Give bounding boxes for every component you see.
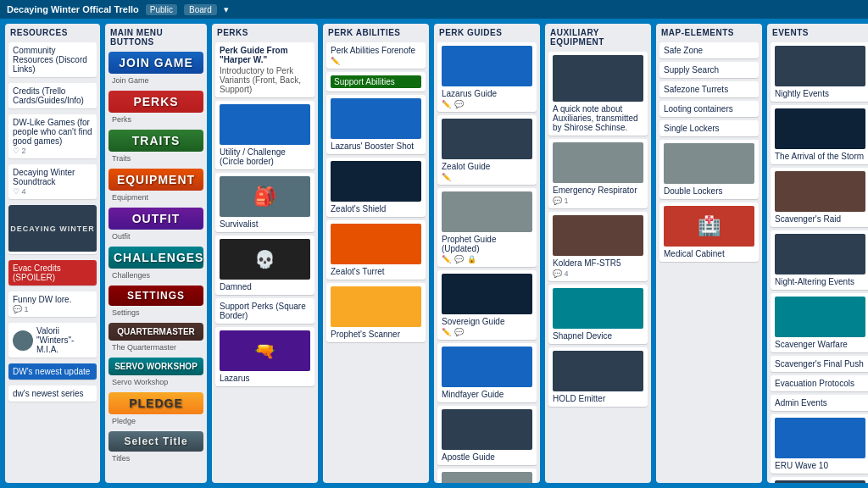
list-item[interactable]: Utility / Challenge (Circle border): [215, 101, 314, 169]
card-image: [442, 119, 532, 159]
list-item[interactable]: Supply Search: [659, 62, 759, 78]
list-item[interactable]: Decaying Winter Soundtrack ♡ 4: [8, 164, 97, 199]
join-game-button[interactable]: JOIN GAME: [108, 52, 203, 74]
list-item[interactable]: Double Lockers: [659, 140, 759, 199]
list-item[interactable]: Scavenger's Raid: [771, 168, 868, 227]
list-item[interactable]: CHALLENGES Challenges: [108, 247, 203, 282]
list-item[interactable]: Mindfayer Guide: [437, 343, 537, 402]
card-image: [775, 297, 865, 337]
list-item[interactable]: EQUIPMENT Equipment: [108, 169, 203, 204]
list-item[interactable]: Koldera MF-STR5 💬 4: [548, 212, 648, 281]
list-item[interactable]: DW's newest update: [8, 363, 97, 380]
list-item[interactable]: DECAYING WINTER: [8, 205, 97, 254]
list-item[interactable]: ERU Wave 10: [771, 414, 868, 474]
card-label: Prophet Guide (Updated): [442, 235, 532, 253]
list-item[interactable]: Lazarus' Booster Shot: [326, 95, 426, 154]
card-label: Single Lockers: [664, 124, 754, 133]
pledge-button[interactable]: PLEDGE: [108, 392, 203, 414]
list-item[interactable]: Frontliner (Hexagon): [437, 469, 537, 483]
card-label: Survivalist: [220, 219, 310, 229]
list-item[interactable]: Scavenger Warfare: [771, 293, 868, 352]
settings-button[interactable]: SETTINGS: [108, 286, 203, 306]
card-label: Perk Guide From "Harper W.": [220, 46, 310, 64]
list-item[interactable]: Zealot's Turret: [326, 220, 426, 280]
card-image: [442, 46, 532, 86]
list-item[interactable]: Emergency Respirator 💬 1: [548, 139, 648, 208]
list-item[interactable]: TRAITS Traits: [108, 130, 203, 165]
card-label: Funny DW lore.: [13, 295, 92, 304]
list-item[interactable]: Select Title Titles: [108, 431, 203, 465]
card-image: [331, 224, 421, 264]
list-item[interactable]: Credits (Trello Cards/Guides/Info): [8, 83, 97, 108]
card-label: Mindfayer Guide: [442, 390, 532, 399]
list-item[interactable]: The Arrival of the Storm: [771, 105, 868, 164]
list-item[interactable]: Apostle Guide: [437, 406, 537, 465]
column-header-perks: Perks: [212, 24, 318, 40]
perks-button[interactable]: PERKS: [108, 91, 203, 113]
list-item[interactable]: Nightly Events: [771, 42, 868, 102]
card-label: Zealot's Turret: [331, 267, 421, 276]
list-item[interactable]: Community Resources (Discord Links): [8, 42, 97, 77]
list-item[interactable]: Perk Abilities Forenofe ✏️: [326, 42, 426, 69]
card-label: Night-Altering Events: [775, 277, 865, 286]
visibility-badge[interactable]: Public: [146, 4, 177, 15]
list-item[interactable]: 🎒 Survivalist: [215, 173, 314, 232]
card-label: Perk Abilities Forenofe: [331, 46, 421, 55]
card-label: A quick note about Auxiliaries, transmit…: [553, 104, 643, 132]
quartermaster-button[interactable]: QUARTERMASTER: [108, 323, 203, 341]
list-item[interactable]: Sovereign Guide ✏️💬: [437, 270, 537, 340]
list-item[interactable]: Admin Events: [771, 395, 868, 411]
list-item[interactable]: Lazarus Guide ✏️💬: [437, 42, 537, 112]
list-item[interactable]: Zealot's Shield: [326, 158, 426, 217]
list-item[interactable]: A quick note about Auxiliaries, transmit…: [548, 52, 648, 136]
list-item[interactable]: Night-Altering Events: [771, 230, 868, 290]
list-item[interactable]: Prophet Guide (Updated) ✏️💬🔒: [437, 188, 537, 267]
board-button[interactable]: Board: [184, 4, 217, 15]
list-item[interactable]: SERVO WORKSHOP Servo Workshop: [108, 358, 203, 389]
select-title-button[interactable]: Select Title: [108, 431, 203, 452]
list-item[interactable]: OUTFIT Outfit: [108, 208, 203, 243]
list-item[interactable]: Support Abilities: [326, 72, 426, 92]
column-resources: Resources Community Resources (Discord L…: [5, 24, 100, 483]
list-item[interactable]: Shapnel Device: [548, 285, 648, 344]
list-item[interactable]: Evacuation Protocols: [771, 375, 868, 391]
list-item[interactable]: 💀 Damned: [215, 236, 314, 295]
outfit-button[interactable]: OUTFIT: [108, 208, 203, 230]
list-item[interactable]: PLEDGE Pledge: [108, 392, 203, 428]
list-item[interactable]: SETTINGS Settings: [108, 286, 203, 319]
list-item[interactable]: Wave Ultima (Removed): [771, 477, 868, 483]
list-item[interactable]: HOLD Emitter: [548, 347, 648, 407]
list-item[interactable]: Valorii "Winters"- M.I.A.: [8, 323, 97, 358]
list-item[interactable]: Evac Credits (SPOILER): [8, 260, 97, 286]
card-label: The Arrival of the Storm: [775, 152, 865, 161]
list-item[interactable]: DW-Like Games (for people who can't find…: [8, 114, 97, 158]
list-item[interactable]: QUARTERMASTER The Quartermaster: [108, 323, 203, 354]
card-image: [331, 161, 421, 202]
list-item[interactable]: PERKS Perks: [108, 91, 203, 126]
list-item[interactable]: Single Lockers: [659, 120, 759, 136]
list-item[interactable]: JOIN GAME Join Game: [108, 52, 203, 87]
equipment-button[interactable]: EQUIPMENT: [108, 169, 203, 191]
list-item[interactable]: Looting containers: [659, 101, 759, 117]
card-image: [775, 171, 865, 212]
list-item[interactable]: Prophet's Scanner: [326, 283, 426, 342]
card-image: [442, 191, 532, 232]
list-item[interactable]: Support Perks (Square Border): [215, 298, 314, 324]
list-item[interactable]: 🔫 Lazarus: [215, 327, 314, 386]
list-item[interactable]: Funny DW lore. 💬 1: [8, 291, 97, 317]
challenges-button[interactable]: CHALLENGES: [108, 247, 203, 269]
list-item[interactable]: Zealot Guide ✏️: [437, 115, 537, 185]
list-item[interactable]: Scavenger's Final Push: [771, 356, 868, 372]
traits-button[interactable]: TRAITS: [108, 130, 203, 152]
pledge-label: Pledge: [108, 416, 203, 428]
card-image: [442, 409, 532, 450]
list-item[interactable]: Perk Guide From "Harper W." Introductory…: [215, 42, 314, 97]
list-item[interactable]: dw's newest series: [8, 385, 97, 402]
list-item[interactable]: Safe Zone: [659, 42, 759, 58]
list-item[interactable]: 🏥 Medical Cabinet: [659, 202, 759, 262]
servo-workshop-button[interactable]: SERVO WORKSHOP: [108, 358, 203, 375]
list-item[interactable]: Safezone Turrets: [659, 81, 759, 97]
column-main-menu: Main Menu Buttons JOIN GAME Join Game PE…: [105, 24, 207, 483]
card-image: [775, 418, 865, 458]
chevron-icon[interactable]: ▾: [224, 4, 229, 15]
